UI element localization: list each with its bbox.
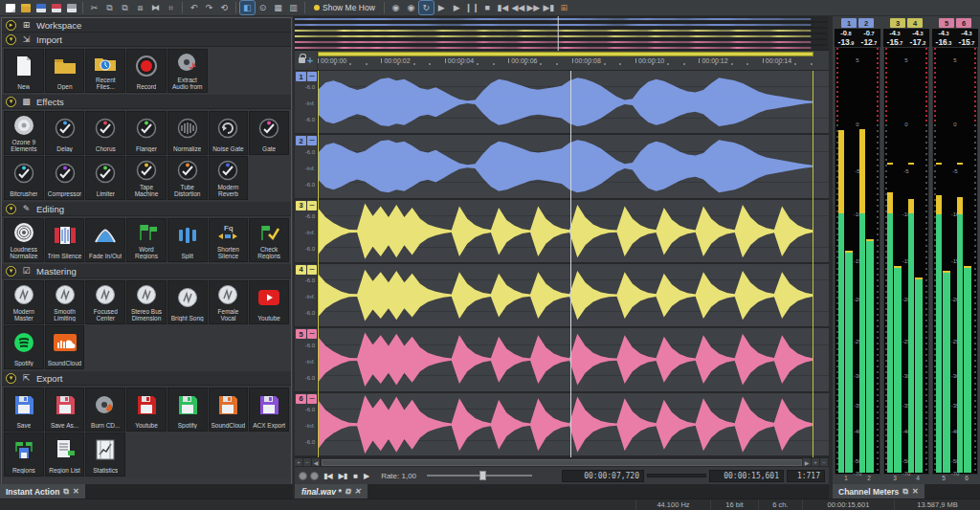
waveform-channel-1[interactable] xyxy=(318,71,829,133)
magnify-tool-icon[interactable]: ⊙ xyxy=(256,1,270,14)
edit-tool-icon[interactable]: ◧ xyxy=(240,1,255,14)
pause-icon[interactable]: ❙❙ xyxy=(465,1,479,14)
channel-number-badge[interactable]: 1 xyxy=(296,72,306,81)
rate-slider[interactable] xyxy=(427,475,532,477)
scrollbar-thumb[interactable] xyxy=(322,459,802,466)
action-statistics[interactable]: Statistics xyxy=(85,432,125,477)
undock-icon[interactable]: ⧉ xyxy=(345,487,351,497)
show-me-how-button[interactable]: Show Me How xyxy=(309,1,380,14)
action-modern-master[interactable]: Modern Master xyxy=(4,280,44,324)
action-trim-silence[interactable]: Trim Silence xyxy=(45,218,85,262)
stop-button[interactable]: ■ xyxy=(351,472,359,480)
loop-playback-icon[interactable]: ↻ xyxy=(419,1,434,14)
action-chorus[interactable]: Chorus xyxy=(85,111,125,155)
redo-icon[interactable]: ↷ xyxy=(202,1,216,14)
trim-crop-icon[interactable]: ⌗ xyxy=(164,1,178,14)
record-remote-icon[interactable] xyxy=(310,472,319,480)
action-flanger[interactable]: Flanger xyxy=(126,111,167,155)
save-icon[interactable] xyxy=(33,1,48,14)
tab-instant-action[interactable]: Instant Action ⧉ ✕ xyxy=(0,484,85,499)
action-modern-reverb[interactable]: Modern Reverb xyxy=(209,156,249,200)
channel-number-badge[interactable]: 3 xyxy=(296,201,306,211)
selection-end-readout[interactable]: 00:00:15,601 xyxy=(709,470,784,482)
forward-icon[interactable]: ▶▶ xyxy=(526,1,541,14)
minimize-channel-icon[interactable]: – xyxy=(307,136,317,145)
meter-channel-badge[interactable]: 2 xyxy=(858,18,874,28)
channel-lane-4[interactable]: 4–-6.0-Inf.-6.0 xyxy=(295,264,829,328)
zoom-ratio-readout[interactable]: 1:717 xyxy=(787,470,825,482)
chevron-down-icon[interactable]: ▾ xyxy=(6,373,16,384)
action-fade-in-out[interactable]: Fade In/Out xyxy=(85,218,125,262)
action-new[interactable]: New xyxy=(4,49,44,93)
chevron-right-icon[interactable]: ▸ xyxy=(6,20,16,31)
selection-bar[interactable] xyxy=(318,52,813,56)
record-remote-icon[interactable]: ◉ xyxy=(404,1,418,14)
lock-icon[interactable] xyxy=(299,57,305,63)
rate-slider-handle[interactable] xyxy=(479,471,486,480)
waveform-channel-2[interactable] xyxy=(318,135,829,197)
action-word-regions[interactable]: Word Regions xyxy=(126,218,167,262)
file-overview-strip[interactable] xyxy=(295,16,829,51)
close-icon[interactable]: ✕ xyxy=(73,487,79,496)
tab-channel-meters[interactable]: Channel Meters ⧉ ✕ xyxy=(833,484,924,499)
section-header-editing[interactable]: ▾✎Editing xyxy=(2,202,291,216)
meter-channel-badge[interactable]: 1 xyxy=(841,18,857,28)
action-spotify[interactable]: Spotify xyxy=(167,388,208,432)
action-noise-gate[interactable]: Noise Gate xyxy=(209,111,249,155)
save-as-icon[interactable] xyxy=(49,1,63,14)
undo-icon[interactable]: ↶ xyxy=(187,1,201,14)
section-header-workspace[interactable]: ▸⊞Workspace xyxy=(2,18,291,33)
waveform-channel-5[interactable] xyxy=(318,328,829,390)
go-to-start-icon[interactable]: ▮◀ xyxy=(496,1,510,14)
go-to-end-button[interactable]: ▶▮ xyxy=(337,472,349,480)
action-recent-files[interactable]: Recent Files... xyxy=(85,49,125,93)
waveform-channel-4[interactable] xyxy=(318,264,829,326)
action-normalize[interactable]: Normalize xyxy=(167,111,208,155)
section-header-export[interactable]: ▾⇱Export xyxy=(2,371,291,386)
minimize-channel-icon[interactable]: – xyxy=(307,201,317,211)
go-to-start-button[interactable]: ▮◀ xyxy=(322,472,334,480)
action-split[interactable]: Split xyxy=(167,218,208,262)
record-icon[interactable]: ◉ xyxy=(389,1,403,14)
cursor-position-readout[interactable]: 00:00:07,720 xyxy=(562,470,644,482)
action-ozone-9-elements[interactable]: Ozone 9 Elements xyxy=(4,111,44,155)
action-check-regions-names[interactable]: Check Regions names xyxy=(249,218,289,262)
undock-icon[interactable]: ⧉ xyxy=(63,487,69,497)
paste-special-icon[interactable]: ⧈ xyxy=(133,1,147,14)
action-spotify[interactable]: Spotify xyxy=(4,325,44,369)
undock-icon[interactable]: ⧉ xyxy=(902,487,908,497)
channel-number-badge[interactable]: 6 xyxy=(296,394,306,404)
play-all-icon[interactable]: ▶ xyxy=(434,1,449,14)
channel-lane-6[interactable]: 6–-6.0-Inf.-6.0 xyxy=(295,393,829,457)
open-icon[interactable] xyxy=(18,1,33,14)
close-icon[interactable]: ✕ xyxy=(912,487,919,496)
action-soundcloud[interactable]: SoundCloud xyxy=(209,388,249,432)
action-regions[interactable]: Regions xyxy=(4,432,44,477)
channel-lane-2[interactable]: 2–-6.0-Inf.-6.0 xyxy=(295,135,829,199)
action-youtube[interactable]: Youtube xyxy=(249,280,289,324)
horizontal-scrollbar[interactable]: + − ◀ ▶ + − xyxy=(295,457,829,466)
action-focused-center[interactable]: Focused Center xyxy=(85,280,125,324)
section-header-effects[interactable]: ▾▩Effects xyxy=(2,95,291,109)
action-open[interactable]: Open xyxy=(45,49,85,93)
action-soundcloud[interactable]: SoundCloud xyxy=(45,325,85,369)
action-tape-machine[interactable]: Tape Machine xyxy=(126,156,167,200)
action-shorten-silence[interactable]: FqShorten Silence xyxy=(209,218,249,262)
action-delay[interactable]: Delay xyxy=(45,111,85,155)
repeat-icon[interactable]: ⟲ xyxy=(217,1,232,14)
mix-icon[interactable]: ⧓ xyxy=(148,1,163,14)
statistics-tool-icon[interactable]: ▦ xyxy=(271,1,285,14)
action-female-vocal[interactable]: Female Vocal xyxy=(209,280,249,324)
minimize-channel-icon[interactable]: – xyxy=(307,394,317,404)
channel-lane-1[interactable]: 1–-6.0-Inf.-6.0 xyxy=(295,71,829,135)
chevron-down-icon[interactable]: ▾ xyxy=(6,34,16,45)
cut-icon[interactable]: ✂ xyxy=(87,1,101,14)
action-smooth-limiting[interactable]: Smooth Limiting xyxy=(45,280,85,324)
paste-icon[interactable]: ⧉ xyxy=(118,1,132,14)
action-gate[interactable]: Gate xyxy=(249,111,289,155)
record-icon[interactable] xyxy=(299,472,307,480)
action-loudness-normalize[interactable]: Loudness Normalize xyxy=(4,218,44,262)
action-burn-cd[interactable]: Burn CD... xyxy=(85,388,125,432)
minimize-channel-icon[interactable]: – xyxy=(307,265,317,275)
action-compressor[interactable]: Compressor xyxy=(45,156,85,200)
